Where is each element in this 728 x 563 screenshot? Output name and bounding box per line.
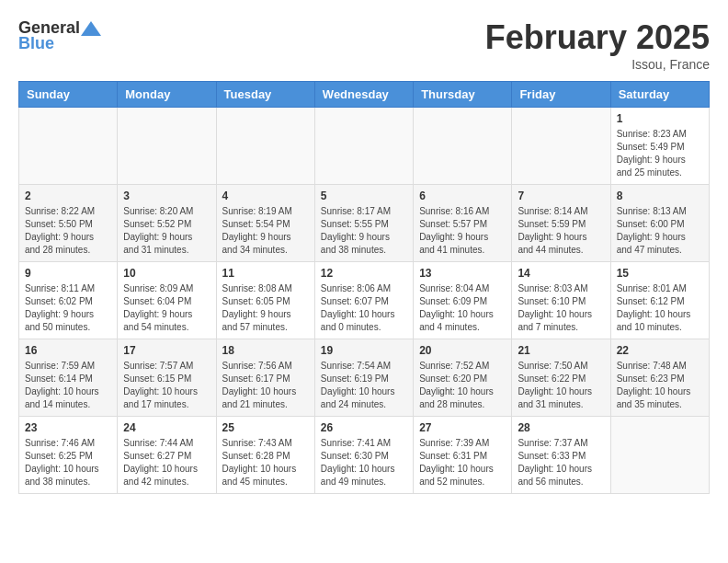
location: Issou, France xyxy=(485,57,710,72)
day-number: 28 xyxy=(518,421,604,434)
day-info: Sunrise: 7:44 AM Sunset: 6:27 PM Dayligh… xyxy=(123,437,210,488)
day-number: 7 xyxy=(518,190,604,202)
calendar-cell: 3Sunrise: 8:20 AM Sunset: 5:52 PM Daylig… xyxy=(118,185,216,262)
day-info: Sunrise: 7:52 AM Sunset: 6:20 PM Dayligh… xyxy=(419,360,506,411)
week-row-4: 23Sunrise: 7:46 AM Sunset: 6:25 PM Dayli… xyxy=(19,417,710,494)
calendar-cell: 20Sunrise: 7:52 AM Sunset: 6:20 PM Dayli… xyxy=(414,339,512,417)
day-number: 27 xyxy=(419,421,506,434)
svg-marker-0 xyxy=(81,21,101,36)
weekday-header-monday: Monday xyxy=(118,82,216,108)
day-number: 17 xyxy=(123,344,210,357)
calendar-cell: 26Sunrise: 7:41 AM Sunset: 6:30 PM Dayli… xyxy=(314,417,413,494)
day-info: Sunrise: 8:17 AM Sunset: 5:55 PM Dayligh… xyxy=(321,205,407,257)
calendar-cell xyxy=(118,108,216,185)
day-info: Sunrise: 7:37 AM Sunset: 6:33 PM Dayligh… xyxy=(518,437,604,488)
logo-icon xyxy=(81,19,101,38)
day-number: 3 xyxy=(123,190,210,202)
calendar-cell: 16Sunrise: 7:59 AM Sunset: 6:14 PM Dayli… xyxy=(19,339,118,417)
calendar-cell: 11Sunrise: 8:08 AM Sunset: 6:05 PM Dayli… xyxy=(216,262,314,339)
calendar-cell: 6Sunrise: 8:16 AM Sunset: 5:57 PM Daylig… xyxy=(414,185,512,262)
calendar-table: SundayMondayTuesdayWednesdayThursdayFrid… xyxy=(18,81,710,494)
calendar-cell: 7Sunrise: 8:14 AM Sunset: 5:59 PM Daylig… xyxy=(512,185,610,262)
day-number: 9 xyxy=(25,267,111,280)
calendar-cell xyxy=(216,108,314,185)
day-info: Sunrise: 8:09 AM Sunset: 6:04 PM Dayligh… xyxy=(123,282,210,334)
weekday-header-row: SundayMondayTuesdayWednesdayThursdayFrid… xyxy=(19,82,710,108)
day-info: Sunrise: 7:46 AM Sunset: 6:25 PM Dayligh… xyxy=(25,437,111,488)
calendar-cell: 23Sunrise: 7:46 AM Sunset: 6:25 PM Dayli… xyxy=(19,417,118,494)
day-info: Sunrise: 8:23 AM Sunset: 5:49 PM Dayligh… xyxy=(617,128,703,179)
weekday-header-saturday: Saturday xyxy=(610,82,709,108)
day-info: Sunrise: 7:59 AM Sunset: 6:14 PM Dayligh… xyxy=(25,360,111,411)
week-row-2: 9Sunrise: 8:11 AM Sunset: 6:02 PM Daylig… xyxy=(19,262,710,339)
calendar-cell: 12Sunrise: 8:06 AM Sunset: 6:07 PM Dayli… xyxy=(314,262,413,339)
calendar-cell: 5Sunrise: 8:17 AM Sunset: 5:55 PM Daylig… xyxy=(314,185,413,262)
day-info: Sunrise: 8:06 AM Sunset: 6:07 PM Dayligh… xyxy=(321,282,407,334)
weekday-header-tuesday: Tuesday xyxy=(216,82,314,108)
day-number: 8 xyxy=(617,190,703,202)
day-number: 6 xyxy=(419,190,506,202)
day-info: Sunrise: 8:22 AM Sunset: 5:50 PM Dayligh… xyxy=(25,205,111,257)
calendar-cell: 24Sunrise: 7:44 AM Sunset: 6:27 PM Dayli… xyxy=(118,417,216,494)
day-number: 18 xyxy=(222,344,309,357)
day-info: Sunrise: 7:57 AM Sunset: 6:15 PM Dayligh… xyxy=(123,360,210,411)
day-number: 23 xyxy=(25,421,111,434)
day-number: 5 xyxy=(321,190,407,202)
weekday-header-thursday: Thursday xyxy=(414,82,512,108)
day-info: Sunrise: 8:20 AM Sunset: 5:52 PM Dayligh… xyxy=(123,205,210,257)
calendar-cell: 14Sunrise: 8:03 AM Sunset: 6:10 PM Dayli… xyxy=(512,262,610,339)
calendar-cell xyxy=(610,417,709,494)
week-row-0: 1Sunrise: 8:23 AM Sunset: 5:49 PM Daylig… xyxy=(19,108,710,185)
day-number: 15 xyxy=(617,267,703,280)
calendar-cell: 15Sunrise: 8:01 AM Sunset: 6:12 PM Dayli… xyxy=(610,262,709,339)
day-info: Sunrise: 7:56 AM Sunset: 6:17 PM Dayligh… xyxy=(222,360,309,411)
day-info: Sunrise: 7:39 AM Sunset: 6:31 PM Dayligh… xyxy=(419,437,506,488)
weekday-header-wednesday: Wednesday xyxy=(314,82,413,108)
calendar-cell xyxy=(414,108,512,185)
week-row-3: 16Sunrise: 7:59 AM Sunset: 6:14 PM Dayli… xyxy=(19,339,710,417)
calendar-cell: 13Sunrise: 8:04 AM Sunset: 6:09 PM Dayli… xyxy=(414,262,512,339)
day-number: 10 xyxy=(123,267,210,280)
calendar-cell: 10Sunrise: 8:09 AM Sunset: 6:04 PM Dayli… xyxy=(118,262,216,339)
day-number: 25 xyxy=(222,421,309,434)
calendar-cell: 4Sunrise: 8:19 AM Sunset: 5:54 PM Daylig… xyxy=(216,185,314,262)
weekday-header-friday: Friday xyxy=(512,82,610,108)
day-info: Sunrise: 8:14 AM Sunset: 5:59 PM Dayligh… xyxy=(518,205,604,257)
day-info: Sunrise: 7:50 AM Sunset: 6:22 PM Dayligh… xyxy=(518,360,604,411)
calendar-cell: 19Sunrise: 7:54 AM Sunset: 6:19 PM Dayli… xyxy=(314,339,413,417)
day-number: 14 xyxy=(518,267,604,280)
day-info: Sunrise: 7:41 AM Sunset: 6:30 PM Dayligh… xyxy=(321,437,407,488)
day-info: Sunrise: 8:08 AM Sunset: 6:05 PM Dayligh… xyxy=(222,282,309,334)
calendar-cell: 18Sunrise: 7:56 AM Sunset: 6:17 PM Dayli… xyxy=(216,339,314,417)
day-number: 16 xyxy=(25,344,111,357)
day-info: Sunrise: 8:16 AM Sunset: 5:57 PM Dayligh… xyxy=(419,205,506,257)
day-info: Sunrise: 8:01 AM Sunset: 6:12 PM Dayligh… xyxy=(617,282,703,334)
day-number: 4 xyxy=(222,190,309,202)
calendar-cell: 22Sunrise: 7:48 AM Sunset: 6:23 PM Dayli… xyxy=(610,339,709,417)
calendar-cell: 25Sunrise: 7:43 AM Sunset: 6:28 PM Dayli… xyxy=(216,417,314,494)
day-number: 2 xyxy=(25,190,111,202)
title-section: February 2025 Issou, France xyxy=(485,18,710,72)
week-row-1: 2Sunrise: 8:22 AM Sunset: 5:50 PM Daylig… xyxy=(19,185,710,262)
day-info: Sunrise: 7:48 AM Sunset: 6:23 PM Dayligh… xyxy=(617,360,703,411)
day-info: Sunrise: 8:13 AM Sunset: 6:00 PM Dayligh… xyxy=(617,205,703,257)
calendar-cell: 27Sunrise: 7:39 AM Sunset: 6:31 PM Dayli… xyxy=(414,417,512,494)
calendar-cell xyxy=(314,108,413,185)
day-number: 22 xyxy=(617,344,703,357)
day-number: 13 xyxy=(419,267,506,280)
calendar-cell: 8Sunrise: 8:13 AM Sunset: 6:00 PM Daylig… xyxy=(610,185,709,262)
weekday-header-sunday: Sunday xyxy=(19,82,118,108)
calendar-cell: 21Sunrise: 7:50 AM Sunset: 6:22 PM Dayli… xyxy=(512,339,610,417)
day-info: Sunrise: 8:03 AM Sunset: 6:10 PM Dayligh… xyxy=(518,282,604,334)
day-info: Sunrise: 8:11 AM Sunset: 6:02 PM Dayligh… xyxy=(25,282,111,334)
day-info: Sunrise: 7:54 AM Sunset: 6:19 PM Dayligh… xyxy=(321,360,407,411)
calendar-cell: 28Sunrise: 7:37 AM Sunset: 6:33 PM Dayli… xyxy=(512,417,610,494)
day-number: 1 xyxy=(617,112,703,125)
day-number: 26 xyxy=(321,421,407,434)
month-title: February 2025 xyxy=(485,18,710,57)
day-info: Sunrise: 8:04 AM Sunset: 6:09 PM Dayligh… xyxy=(419,282,506,334)
day-info: Sunrise: 8:19 AM Sunset: 5:54 PM Dayligh… xyxy=(222,205,309,257)
calendar-cell: 17Sunrise: 7:57 AM Sunset: 6:15 PM Dayli… xyxy=(118,339,216,417)
day-number: 11 xyxy=(222,267,309,280)
day-number: 19 xyxy=(321,344,407,357)
